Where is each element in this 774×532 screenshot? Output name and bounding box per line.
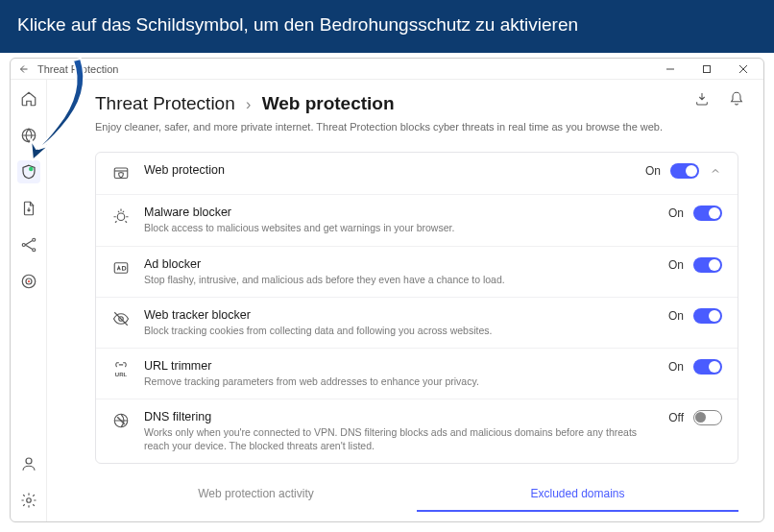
titlebar: Threat Protection [11, 59, 763, 80]
main-content: Threat Protection › Web protection Enjoy… [47, 80, 763, 521]
row-title: Malware blocker [144, 206, 655, 219]
toggle-state: Off [668, 411, 684, 424]
banner-text: Klicke auf das Schildsymbol, um den Bedr… [17, 14, 578, 35]
minimize-button[interactable] [656, 60, 685, 79]
row-desc: Remove tracking parameters from web addr… [144, 375, 655, 388]
tabs: Web protection activity Excluded domains [95, 477, 738, 512]
app-window: Threat Protection [10, 58, 764, 522]
settings-icon[interactable] [17, 489, 40, 512]
row-desc: Block access to malicious websites and g… [144, 221, 655, 234]
row-desc: Block tracking cookies from collecting d… [144, 324, 655, 337]
toggle-malware[interactable] [693, 206, 722, 221]
sidebar [11, 80, 47, 521]
darkweb-icon[interactable] [17, 270, 40, 293]
globe-icon[interactable] [17, 124, 40, 147]
svg-point-5 [32, 249, 35, 252]
row-title: DNS filtering [144, 410, 655, 423]
toggle-state: On [668, 360, 684, 374]
profile-icon[interactable] [17, 452, 40, 475]
breadcrumb-current: Web protection [262, 93, 395, 113]
bug-icon [111, 206, 131, 226]
chevron-up-icon[interactable] [709, 164, 722, 178]
svg-point-4 [32, 238, 35, 241]
toggle-dns[interactable] [693, 410, 722, 425]
window-title: Threat Protection [37, 63, 118, 75]
row-url-trimmer: URL URL trimmer Remove tracking paramete… [96, 349, 738, 399]
toggle-ad[interactable] [693, 257, 722, 273]
toggle-state: On [668, 258, 684, 272]
row-dns-filtering: DNS filtering Works only when you're con… [96, 399, 738, 463]
svg-point-9 [26, 458, 32, 464]
svg-rect-0 [704, 65, 711, 72]
toggle-state: On [668, 206, 684, 220]
page-subtitle: Enjoy cleaner, safer, and more private i… [95, 120, 738, 134]
breadcrumb-root[interactable]: Threat Protection [95, 93, 235, 113]
row-title: URL trimmer [144, 359, 655, 373]
download-icon[interactable] [17, 197, 40, 220]
back-icon[interactable] [18, 63, 30, 75]
svg-point-3 [22, 244, 25, 247]
instruction-banner: Klicke auf das Schildsymbol, um den Bedr… [0, 0, 774, 53]
bell-icon[interactable] [728, 90, 745, 108]
svg-point-12 [117, 213, 125, 221]
settings-card: Web protection On Malwar [95, 152, 738, 464]
toggle-url[interactable] [693, 359, 722, 375]
svg-point-10 [26, 498, 31, 503]
svg-point-2 [29, 167, 34, 172]
eye-off-icon [111, 309, 131, 328]
shield-icon[interactable] [17, 160, 40, 183]
row-tracker-blocker: Web tracker blocker Block tracking cooki… [96, 298, 738, 349]
row-ad-blocker: Ad blocker Stop flashy, intrusive, and m… [96, 247, 738, 298]
row-title: Web tracker blocker [144, 308, 655, 322]
svg-rect-11 [114, 168, 128, 179]
svg-point-8 [27, 280, 29, 282]
header-actions [693, 90, 745, 108]
dns-filter-icon [111, 411, 131, 430]
row-title: Ad blocker [144, 257, 655, 271]
close-button[interactable] [729, 60, 758, 79]
row-desc: Works only when you're connected to VPN.… [144, 425, 655, 452]
row-desc: Stop flashy, intrusive, and malicious ad… [144, 273, 655, 286]
tab-activity[interactable]: Web protection activity [95, 477, 417, 512]
row-web-protection: Web protection On [96, 153, 738, 195]
maximize-button[interactable] [692, 60, 721, 79]
url-icon: URL [111, 360, 131, 379]
toggle-tracker[interactable] [693, 308, 722, 324]
meshnet-icon[interactable] [17, 233, 40, 256]
row-title: Web protection [144, 163, 632, 177]
breadcrumb: Threat Protection › Web protection [95, 93, 738, 114]
toggle-state: On [668, 309, 684, 323]
chevron-right-icon: › [246, 96, 251, 112]
export-icon[interactable] [693, 90, 711, 108]
row-malware-blocker: Malware blocker Block access to maliciou… [96, 195, 738, 246]
ad-block-icon [111, 258, 131, 278]
tab-excluded[interactable]: Excluded domains [417, 477, 738, 512]
home-icon[interactable] [17, 87, 40, 110]
toggle-state: On [645, 164, 661, 178]
browser-shield-icon [111, 164, 131, 183]
toggle-web-protection[interactable] [670, 163, 699, 179]
